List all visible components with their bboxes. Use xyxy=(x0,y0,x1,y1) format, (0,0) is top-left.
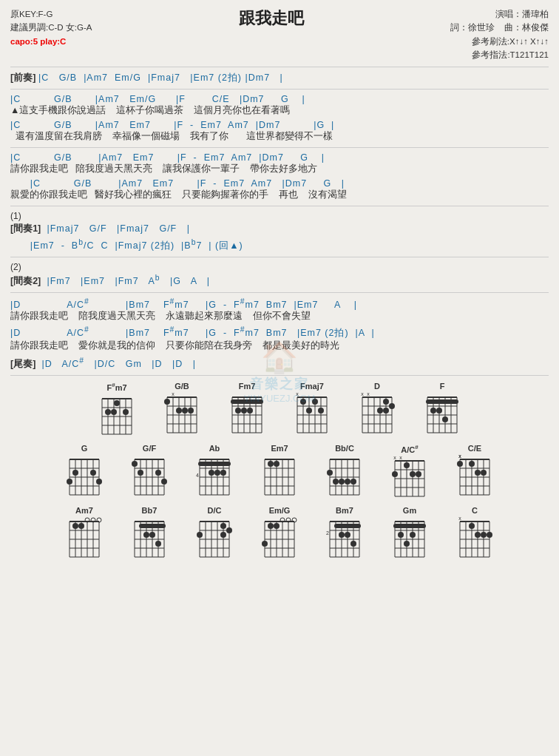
svg-text:x: x xyxy=(172,391,175,396)
svg-point-11 xyxy=(114,400,120,406)
svg-point-44 xyxy=(241,408,247,414)
top-divider xyxy=(10,67,549,67)
chorus2b-lyrics: 請你跟我走吧 愛你就是我的信仰 只要你能陪在我身旁 都是最美好的時光 xyxy=(10,340,549,352)
svg-point-93 xyxy=(442,416,448,422)
chord-bb-over-c: Bb/C xyxy=(314,444,376,502)
svg-text:x: x xyxy=(367,391,370,396)
chord-fsharp-m7: F#m7 xyxy=(86,382,148,439)
svg-point-12 xyxy=(105,409,111,415)
svg-point-248 xyxy=(226,527,232,533)
svg-point-151 xyxy=(268,461,274,467)
svg-point-123 xyxy=(161,479,167,485)
svg-point-245 xyxy=(197,532,203,538)
fingering: 參考指法:T121T121 xyxy=(450,48,549,61)
chorus2-lyrics: 請你跟我走吧 陪我度過天黑天亮 永遠聽起來那麼遠 但你不會失望 xyxy=(10,310,549,323)
svg-point-121 xyxy=(138,470,143,476)
suggested-key: 建議男調:C-D 女:G-A xyxy=(10,21,92,34)
divider-3 xyxy=(10,206,549,206)
svg-rect-293 xyxy=(393,524,426,528)
chord-g-over-f: G/F xyxy=(118,444,180,502)
chord-f: F xyxy=(411,382,473,439)
divider-5 xyxy=(10,292,549,293)
chord-am7: Am7 xyxy=(53,506,115,562)
chord-fmaj7: Fmaj7 x xyxy=(281,382,343,439)
svg-text:x: x xyxy=(458,453,461,459)
bridge2-section: (2) [間奏2] |Fm7 |Em7 |Fm7 Ab |G A | xyxy=(10,262,549,288)
svg-point-295 xyxy=(404,541,410,547)
verse1-lyrics: ▲這支手機跟你說過話 這杯子你喝過茶 這個月亮你也在看著嗎 xyxy=(10,104,549,117)
divider-4 xyxy=(10,257,549,257)
svg-point-76 xyxy=(383,399,389,405)
svg-point-263 xyxy=(262,541,268,547)
chord-bb7: Bb7 xyxy=(118,506,180,562)
svg-text:x: x xyxy=(458,516,461,521)
chord-g: G xyxy=(53,444,115,502)
svg-point-279 xyxy=(339,532,345,538)
svg-point-43 xyxy=(235,408,241,414)
svg-text:x: x xyxy=(361,391,364,396)
svg-point-280 xyxy=(345,532,350,538)
chord-row-1: F#m7 xyxy=(10,382,549,439)
svg-point-91 xyxy=(430,408,436,414)
svg-text:x: x xyxy=(393,455,396,460)
svg-point-165 xyxy=(333,479,339,485)
svg-rect-90 xyxy=(426,399,458,404)
svg-point-13 xyxy=(111,409,117,415)
performer: 演唱：潘瑋柏 xyxy=(450,7,549,21)
svg-point-265 xyxy=(274,523,280,529)
interlude2-label: [間奏2] xyxy=(10,276,41,286)
svg-point-309 xyxy=(469,523,475,529)
svg-point-183 xyxy=(404,462,410,468)
chord-row-3: Am7 xyxy=(10,506,549,562)
chord-a-over-csharp: A/C# x x xyxy=(379,444,441,502)
svg-point-217 xyxy=(72,523,78,529)
svg-point-27 xyxy=(176,408,182,414)
svg-text:x: x xyxy=(399,455,402,460)
svg-point-108 xyxy=(96,479,102,485)
svg-point-75 xyxy=(377,408,383,414)
chord-fm7: Fm7 xyxy=(216,382,278,439)
svg-point-311 xyxy=(481,532,487,538)
lyricist-composer: 詞：徐世珍 曲：林俊傑 xyxy=(450,21,549,34)
chord-g-over-b: G/B x xyxy=(151,382,213,439)
bridge1-section: (1) [間奏1] |Fmaj7 G/F |Fmaj7 G/F | |Em7 -… xyxy=(10,211,549,252)
svg-point-26 xyxy=(164,399,170,405)
svg-point-164 xyxy=(327,470,333,476)
chord-c: C x xyxy=(444,506,506,562)
svg-point-247 xyxy=(220,532,226,538)
chord-em-over-g: Em/G xyxy=(248,506,311,562)
bridge1-number: (1) xyxy=(10,211,549,221)
svg-point-185 xyxy=(416,471,421,477)
svg-point-107 xyxy=(90,470,96,476)
outro-chords: |D A/C# |D/C Gm |D |D | xyxy=(38,359,196,369)
outro-section: [尾奏] |D A/C# |D/C Gm |D |D | xyxy=(10,357,549,371)
svg-rect-278 xyxy=(334,524,361,528)
svg-point-201 xyxy=(475,470,481,476)
svg-point-14 xyxy=(123,409,129,415)
svg-point-264 xyxy=(268,523,274,529)
chord-row-2: G xyxy=(10,444,549,502)
svg-point-59 xyxy=(312,399,318,405)
chord-gm: Gm xyxy=(379,506,441,562)
divider-1 xyxy=(10,89,549,90)
svg-point-167 xyxy=(345,479,350,485)
divider-6 xyxy=(10,375,549,376)
outro-label: [尾奏] xyxy=(10,359,35,369)
meta-left: 原KEY:F-G 建議男調:C-D 女:G-A capo:5 play:C xyxy=(10,7,92,48)
chord-ab: Ab 4 xyxy=(183,444,245,502)
svg-point-184 xyxy=(410,471,416,477)
chorus1-lyrics: 請你跟我走吧 陪我度過天黑天亮 讓我保護你一輩子 帶你去好多地方 xyxy=(10,163,549,175)
strumming: 參考刷法:X↑↓↑ X↑↓↑ xyxy=(450,35,549,48)
svg-point-168 xyxy=(350,479,356,485)
svg-rect-230 xyxy=(139,524,166,528)
intro-label: [前奏] xyxy=(10,72,35,83)
verse1-section: |C G/B |Am7 Em/G |F C/E |Dm7 G | ▲這支手機跟你… xyxy=(10,94,549,143)
svg-point-152 xyxy=(274,461,280,467)
svg-point-294 xyxy=(398,532,404,538)
verse1-chords: |C G/B |Am7 Em/G |F C/E |Dm7 G | xyxy=(10,94,549,104)
svg-point-232 xyxy=(149,532,155,538)
chorus2-chords: |D A/C# |Bm7 F#m7 |G - F#m7 Bm7 |Em7 A | xyxy=(10,297,549,310)
svg-point-296 xyxy=(410,532,416,538)
svg-point-137 xyxy=(214,470,220,476)
svg-point-61 xyxy=(318,408,324,414)
